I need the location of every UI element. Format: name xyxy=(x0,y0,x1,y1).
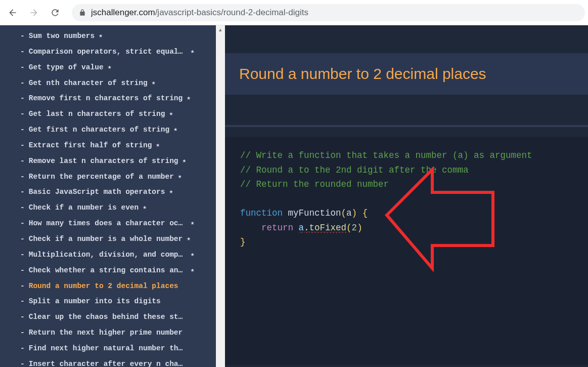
sidebar-item[interactable]: -Basic JavaScript math operators★ xyxy=(0,184,216,200)
sidebar-item[interactable]: -Extract first half of string★ xyxy=(0,138,216,153)
sidebar-item-label: Clear up the chaos behind these strin… xyxy=(29,312,187,322)
sidebar-item-label: Extract first half of string xyxy=(29,141,152,150)
code-line: return a.toFixed(2) xyxy=(240,221,573,235)
arrow-left-icon xyxy=(8,8,18,18)
main-content: Round a number to 2 decimal places // Wr… xyxy=(225,25,588,367)
sidebar[interactable]: -Sum two numbers★-Comparison operators, … xyxy=(0,25,216,367)
star-icon: ★ xyxy=(173,126,177,134)
sidebar-item-label: Check if a number is a whole number xyxy=(29,234,183,244)
arrow-right-icon xyxy=(29,8,39,18)
forward-button[interactable] xyxy=(24,3,43,22)
dash-icon: - xyxy=(20,266,25,275)
dash-icon: - xyxy=(20,141,25,150)
address-bar[interactable]: jschallenger.com/javascript-basics/round… xyxy=(72,4,585,21)
sidebar-item-label: Find next higher natural number that … xyxy=(29,344,187,353)
sidebar-item-label: Check whether a string contains ano… xyxy=(29,266,187,275)
sidebar-item-label: Comparison operators, strict equali… xyxy=(29,47,187,57)
star-icon: ★ xyxy=(143,203,147,212)
sidebar-item[interactable]: -Get nth character of string★ xyxy=(0,75,216,91)
star-icon: ★ xyxy=(169,110,173,118)
sidebar-item[interactable]: -Check whether a string contains ano…★ xyxy=(0,263,216,278)
dash-icon: - xyxy=(20,156,25,166)
dash-icon: - xyxy=(20,328,25,338)
sidebar-item-label: How many times does a character occ… xyxy=(29,219,187,228)
star-icon: ★ xyxy=(178,173,182,181)
sidebar-item[interactable]: -Return the next higher prime number xyxy=(0,325,216,341)
back-button[interactable] xyxy=(3,3,22,22)
sidebar-item[interactable]: -Multiplication, division, and compa…★ xyxy=(0,247,216,263)
dash-icon: - xyxy=(20,78,25,88)
dash-icon: - xyxy=(20,94,25,103)
star-icon: ★ xyxy=(191,219,195,228)
sidebar-item[interactable]: -Round a number to 2 decimal places xyxy=(0,278,216,294)
star-icon: ★ xyxy=(169,188,173,196)
code-line: function myFunction(a) { xyxy=(240,206,573,221)
sidebar-item[interactable]: -Remove first n characters of string★ xyxy=(0,91,216,106)
star-icon: ★ xyxy=(152,79,156,88)
sidebar-item[interactable]: -How many times does a character occ…★ xyxy=(0,216,216,231)
dash-icon: - xyxy=(20,312,25,322)
sidebar-item[interactable]: -Get last n characters of string★ xyxy=(0,106,216,122)
sidebar-item[interactable]: -Split a number into its digits xyxy=(0,294,216,309)
sidebar-item-label: Get type of value xyxy=(29,63,104,72)
sidebar-item-label: Get nth character of string xyxy=(29,78,148,88)
code-editor[interactable]: // Write a function that takes a number … xyxy=(225,137,588,365)
star-icon: ★ xyxy=(156,141,160,150)
sidebar-item[interactable]: -Sum two numbers★ xyxy=(0,28,216,44)
title-bar: Round a number to 2 decimal places xyxy=(225,53,588,95)
lock-icon xyxy=(79,9,86,16)
code-comment: // Write a function that takes a number … xyxy=(240,150,532,160)
dash-icon: - xyxy=(20,125,25,135)
dash-icon: - xyxy=(20,109,25,119)
sidebar-item[interactable]: -Find next higher natural number that … xyxy=(0,341,216,356)
dash-icon: - xyxy=(20,234,25,244)
sidebar-item-label: Remove last n characters of string xyxy=(29,156,178,166)
code-line: } xyxy=(240,235,573,250)
spacer xyxy=(225,25,588,53)
dash-icon: - xyxy=(20,187,25,197)
star-icon: ★ xyxy=(191,48,195,56)
sidebar-item[interactable]: -Check if a number is a whole number★ xyxy=(0,231,216,247)
scrollbar[interactable] xyxy=(216,25,225,367)
sidebar-item-label: Get first n characters of string xyxy=(29,125,169,135)
page-title: Round a number to 2 decimal places xyxy=(239,65,574,83)
sidebar-item-label: Round a number to 2 decimal places xyxy=(29,281,178,291)
url-text: jschallenger.com/javascript-basics/round… xyxy=(91,8,308,18)
dash-icon: - xyxy=(20,297,25,306)
sidebar-item-label: Get last n characters of string xyxy=(29,109,165,119)
dash-icon: - xyxy=(20,281,25,291)
sidebar-item-label: Check if a number is even xyxy=(29,203,139,213)
dash-icon: - xyxy=(20,219,25,228)
star-icon: ★ xyxy=(187,94,191,103)
dash-icon: - xyxy=(20,172,25,182)
sidebar-item[interactable]: -Check if a number is even★ xyxy=(0,200,216,216)
code-comment: // Round a to the 2nd digit after the co… xyxy=(240,165,469,175)
star-icon: ★ xyxy=(183,157,187,166)
sidebar-item-label: Return the percentage of a number xyxy=(29,172,174,182)
sidebar-item[interactable]: -Return the percentage of a number★ xyxy=(0,169,216,185)
sidebar-item-label: Insert character after every n charac… xyxy=(29,359,187,367)
reload-icon xyxy=(50,8,60,18)
dash-icon: - xyxy=(20,344,25,353)
browser-toolbar: jschallenger.com/javascript-basics/round… xyxy=(0,0,588,25)
dash-icon: - xyxy=(20,359,25,367)
sidebar-item-label: Remove first n characters of string xyxy=(29,94,183,103)
sidebar-item[interactable]: -Insert character after every n charac… xyxy=(0,356,216,367)
reload-button[interactable] xyxy=(46,3,65,22)
sidebar-item[interactable]: -Remove last n characters of string★ xyxy=(0,153,216,169)
sidebar-item-label: Return the next higher prime number xyxy=(29,328,183,338)
sidebar-item[interactable]: -Clear up the chaos behind these strin… xyxy=(0,309,216,325)
sidebar-item-label: Split a number into its digits xyxy=(29,297,161,306)
code-comment: // Return the rounded number xyxy=(240,179,389,189)
dash-icon: - xyxy=(20,250,25,260)
star-icon: ★ xyxy=(191,251,195,259)
dash-icon: - xyxy=(20,203,25,213)
sidebar-item[interactable]: -Get first n characters of string★ xyxy=(0,122,216,138)
star-icon: ★ xyxy=(187,235,191,243)
dash-icon: - xyxy=(20,31,25,41)
sidebar-item[interactable]: -Get type of value★ xyxy=(0,60,216,75)
sidebar-item-label: Basic JavaScript math operators xyxy=(29,187,165,197)
sidebar-item[interactable]: -Comparison operators, strict equali…★ xyxy=(0,44,216,60)
star-icon: ★ xyxy=(99,32,103,40)
star-icon: ★ xyxy=(108,63,112,72)
